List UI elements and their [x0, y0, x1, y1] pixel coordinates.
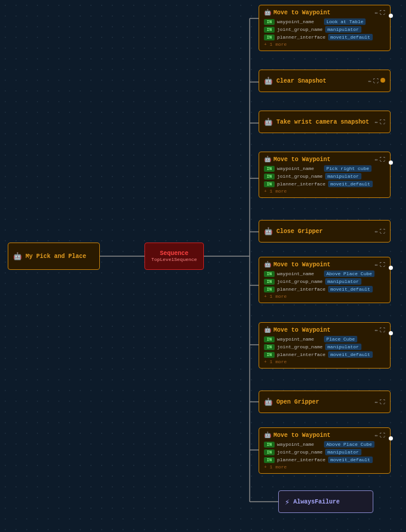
- param-row: IN planner_interface moveit_default: [264, 457, 385, 463]
- root-node[interactable]: 🤖 My Pick and Place: [8, 243, 100, 270]
- wrist-camera-node[interactable]: 🤖 Take wrist camera snapshot ✏ ⛶: [259, 111, 391, 133]
- sequence-sublabel: TopLevelSequence: [152, 257, 197, 262]
- wp1-icon: 🤖: [264, 9, 271, 16]
- open-gripper-node[interactable]: 🤖 Open Gripper ✏ ⛶: [259, 391, 391, 413]
- waypoint-node-1[interactable]: 🤖 Move to Waypoint ✏ ⛶ IN waypoint_name …: [259, 5, 391, 51]
- param-name: waypoint_name: [277, 19, 322, 24]
- badge-in: IN: [264, 19, 275, 25]
- more-link[interactable]: + 1 more: [264, 359, 385, 364]
- wp4-title: Move to Waypoint: [273, 327, 331, 333]
- param-value: moveit_default: [328, 181, 373, 187]
- expand-icon[interactable]: ⛶: [380, 262, 385, 268]
- wp5-title: Move to Waypoint: [273, 432, 331, 439]
- badge-in: IN: [264, 181, 275, 187]
- root-label: My Pick and Place: [26, 253, 86, 260]
- more-link[interactable]: + 1 more: [264, 42, 385, 47]
- edit-icon[interactable]: ✏: [375, 10, 378, 16]
- badge-in: IN: [264, 442, 275, 448]
- edit-icon[interactable]: ✏: [375, 156, 378, 163]
- param-value: manipulator: [325, 26, 361, 33]
- param-value: Pick right cube: [324, 165, 372, 172]
- badge-in: IN: [264, 344, 275, 350]
- clear-snapshot-node[interactable]: 🤖 Clear Snapshot ✏ ⛶: [259, 70, 391, 92]
- edit-icon[interactable]: ✏: [375, 228, 378, 235]
- param-row: IN waypoint_name Look at Table: [264, 18, 385, 25]
- param-value: Place Cube: [324, 336, 357, 342]
- param-value: Above Place Cube: [324, 441, 374, 448]
- param-name: waypoint_name: [277, 271, 322, 276]
- param-value: moveit_default: [328, 286, 373, 292]
- badge-in: IN: [264, 336, 275, 342]
- param-row: IN joint_group_name manipulator: [264, 344, 385, 350]
- expand-icon[interactable]: ⛶: [373, 78, 379, 84]
- close-gripper-node[interactable]: 🤖 Close Gripper ✏ ⛶: [259, 220, 391, 243]
- failure-icon: ⚡: [285, 497, 289, 507]
- always-failure-node[interactable]: ⚡ AlwaysFailure: [278, 490, 373, 513]
- expand-icon[interactable]: ⛶: [380, 156, 385, 163]
- param-name: waypoint_name: [277, 336, 322, 342]
- param-value: moveit_default: [328, 34, 373, 40]
- wp3-icon: 🤖: [264, 261, 271, 268]
- badge-in: IN: [264, 166, 275, 172]
- param-name: joint_group_name: [277, 279, 323, 284]
- open-icon: 🤖: [264, 398, 273, 407]
- param-value: Above Place Cube: [324, 270, 374, 277]
- expand-icon[interactable]: ⛶: [380, 228, 385, 235]
- connector-dot: [389, 160, 393, 165]
- badge-in: IN: [264, 27, 275, 33]
- more-link[interactable]: + 1 more: [264, 188, 385, 194]
- more-link[interactable]: + 1 more: [264, 464, 385, 470]
- sequence-title: Sequence: [160, 250, 188, 257]
- wp2-icon: 🤖: [264, 156, 271, 163]
- wp4-icon: 🤖: [264, 326, 271, 333]
- clear-icon: 🤖: [264, 77, 273, 86]
- always-failure-title: AlwaysFailure: [293, 499, 339, 505]
- param-name: planner_interface: [277, 352, 326, 357]
- status-dot: [380, 78, 385, 83]
- badge-in: IN: [264, 271, 275, 277]
- expand-icon[interactable]: ⛶: [380, 327, 385, 333]
- waypoint-node-2[interactable]: 🤖 Move to Waypoint ✏ ⛶ IN waypoint_name …: [259, 152, 391, 198]
- waypoint-node-5[interactable]: 🤖 Move to Waypoint ✏ ⛶ IN waypoint_name …: [259, 427, 391, 474]
- param-name: planner_interface: [277, 34, 326, 40]
- waypoint-node-3[interactable]: 🤖 Move to Waypoint ✏ ⛶ IN waypoint_name …: [259, 257, 391, 303]
- param-name: joint_group_name: [277, 449, 323, 455]
- expand-icon[interactable]: ⛶: [380, 432, 385, 439]
- param-value: moveit_default: [328, 351, 373, 358]
- param-row: IN planner_interface moveit_default: [264, 351, 385, 358]
- close-icon: 🤖: [264, 227, 273, 236]
- open-title: Open Gripper: [276, 399, 319, 405]
- badge-in: IN: [264, 449, 275, 455]
- param-name: joint_group_name: [277, 27, 323, 32]
- more-link[interactable]: + 1 more: [264, 294, 385, 299]
- expand-icon[interactable]: ⛶: [380, 10, 385, 16]
- edit-icon[interactable]: ✏: [375, 327, 378, 333]
- param-row: IN waypoint_name Pick right cube: [264, 165, 385, 172]
- edit-icon[interactable]: ✏: [369, 78, 372, 84]
- param-name: joint_group_name: [277, 174, 323, 179]
- clear-title: Clear Snapshot: [276, 78, 326, 84]
- param-row: IN joint_group_name manipulator: [264, 26, 385, 33]
- connector-dot: [389, 436, 393, 440]
- wp2-title: Move to Waypoint: [273, 156, 331, 163]
- edit-icon[interactable]: ✏: [375, 399, 378, 405]
- edit-icon[interactable]: ✏: [375, 262, 378, 268]
- badge-in: IN: [264, 34, 275, 40]
- param-name: planner_interface: [277, 287, 326, 292]
- badge-in: IN: [264, 457, 275, 463]
- wrist-icon: 🤖: [264, 118, 273, 127]
- param-row: IN planner_interface moveit_default: [264, 181, 385, 187]
- edit-icon[interactable]: ✏: [375, 432, 378, 439]
- badge-in: IN: [264, 174, 275, 180]
- robot-icon: 🤖: [13, 252, 22, 261]
- edit-icon[interactable]: ✏: [375, 119, 378, 125]
- expand-icon[interactable]: ⛶: [380, 399, 385, 405]
- param-name: joint_group_name: [277, 344, 323, 350]
- param-value: Look at Table: [324, 18, 366, 25]
- sequence-node[interactable]: Sequence TopLevelSequence: [144, 243, 204, 270]
- expand-icon[interactable]: ⛶: [380, 119, 385, 125]
- badge-in: IN: [264, 279, 275, 285]
- param-row: IN joint_group_name manipulator: [264, 173, 385, 180]
- waypoint-node-4[interactable]: 🤖 Move to Waypoint ✏ ⛶ IN waypoint_name …: [259, 322, 391, 369]
- param-value: manipulator: [325, 278, 361, 285]
